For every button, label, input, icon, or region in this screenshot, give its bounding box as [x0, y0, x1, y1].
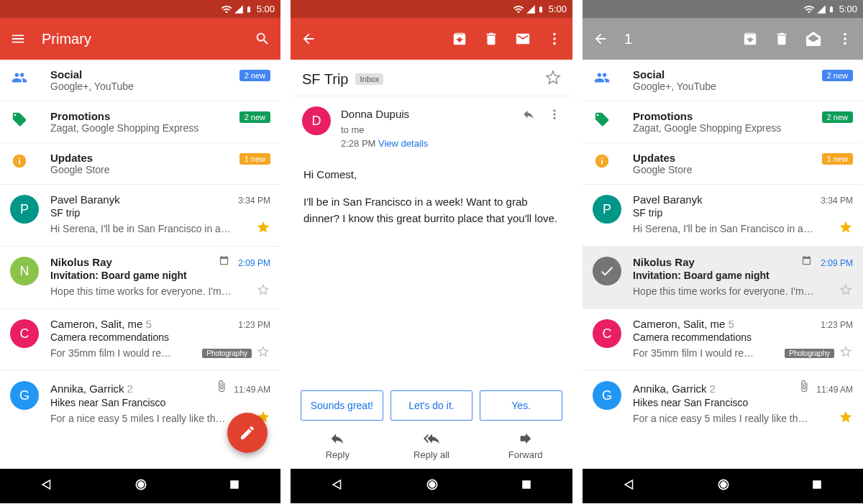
nav-back-icon[interactable]: [623, 478, 636, 494]
toolbar: [291, 18, 572, 60]
smart-reply-button[interactable]: Sounds great!: [301, 390, 383, 421]
category-name: Promotions: [50, 110, 234, 122]
toolbar: Primary: [0, 18, 280, 60]
category-updates[interactable]: Updates Google Store 1 new: [583, 143, 863, 185]
reply-all-button[interactable]: Reply all: [385, 431, 479, 460]
more-icon[interactable]: [837, 31, 853, 47]
subject: Invitation: Board game night: [50, 270, 270, 281]
delete-icon[interactable]: [774, 31, 790, 47]
category-promotions[interactable]: Promotions Zagat, Google Shopping Expres…: [583, 101, 863, 143]
category-social[interactable]: Social Google+, YouTube 2 new: [583, 60, 863, 101]
new-badge: 2 new: [822, 70, 853, 81]
forward-button[interactable]: Forward: [478, 431, 572, 460]
android-navbar[interactable]: [291, 469, 572, 503]
category-desc: Google+, YouTube: [50, 81, 234, 92]
selection-count: 1: [624, 31, 726, 47]
delete-icon[interactable]: [483, 31, 499, 47]
svg-rect-12: [813, 481, 821, 489]
avatar: C: [593, 319, 621, 348]
avatar: G: [593, 381, 621, 410]
view-details-link[interactable]: View details: [378, 138, 428, 149]
sender-row: D Donna Dupuis to me 2:28 PM View detail…: [291, 96, 572, 157]
sender-name: Pavel Baranyk: [50, 193, 232, 206]
nav-back-icon[interactable]: [40, 478, 53, 494]
status-time: 5:00: [257, 4, 275, 14]
sender-name: Annika, Garrick2: [50, 382, 215, 395]
selected-check-icon[interactable]: [593, 257, 621, 285]
star-icon[interactable]: [839, 220, 853, 237]
category-name: Social: [50, 68, 234, 81]
star-icon[interactable]: [545, 70, 561, 88]
reply-button[interactable]: Reply: [291, 431, 385, 460]
category-promotions[interactable]: Promotions Zagat, Google Shopping Expres…: [0, 101, 280, 143]
calendar-icon: [219, 255, 229, 266]
inbox-list: Social Google+, YouTube 2 new Promotions…: [583, 60, 863, 469]
mark-read-icon[interactable]: [805, 31, 821, 47]
signal-icon: [526, 4, 536, 14]
avatar: N: [10, 257, 39, 285]
status-bar: 5:00: [0, 0, 280, 18]
star-icon[interactable]: [839, 344, 853, 362]
new-badge: 1 new: [239, 153, 270, 165]
wifi-icon: [221, 4, 232, 15]
new-badge: 2 new: [822, 111, 853, 123]
svg-point-11: [721, 482, 726, 487]
thread-row-selected[interactable]: Nikolus Ray2:09 PM Invitation: Board gam…: [583, 247, 863, 309]
nav-recent-icon[interactable]: [521, 479, 532, 493]
snippet: For 35mm film I would re…: [50, 347, 198, 359]
smart-reply-button[interactable]: Yes.: [480, 390, 562, 421]
people-icon: [10, 70, 29, 92]
android-navbar[interactable]: [583, 469, 863, 503]
folder-chip: Inbox: [355, 73, 383, 85]
more-icon[interactable]: [547, 31, 562, 47]
menu-icon[interactable]: [10, 31, 26, 47]
svg-point-5: [138, 482, 144, 487]
back-icon[interactable]: [593, 31, 608, 47]
star-icon[interactable]: [256, 344, 270, 362]
star-icon[interactable]: [839, 283, 853, 300]
wifi-icon: [513, 4, 524, 15]
snippet: For a nice easy 5 miles I really like th…: [50, 413, 252, 424]
email-subject: SF Trip: [302, 71, 348, 88]
back-icon[interactable]: [301, 31, 316, 47]
thread-row[interactable]: P Pavel Baranyk3:34 PM SF trip Hi Serena…: [583, 185, 863, 247]
reply-icon[interactable]: [522, 108, 535, 124]
archive-icon[interactable]: [742, 31, 758, 47]
nav-home-icon[interactable]: [134, 477, 148, 495]
snippet: Hope this time works for everyone. I'm…: [50, 285, 252, 297]
category-social[interactable]: Social Google+, YouTube 2 new: [0, 60, 280, 101]
nav-recent-icon[interactable]: [229, 479, 240, 493]
archive-icon[interactable]: [452, 31, 467, 47]
subject: SF trip: [50, 207, 270, 219]
battery-icon: [245, 4, 252, 15]
compose-fab[interactable]: [227, 413, 268, 453]
thread-row[interactable]: C Cameron, Salit, me5 1:23 PM Camera rec…: [0, 309, 280, 371]
thread-row[interactable]: G Annika, Garrick211:49 AM Hikes near Sa…: [583, 371, 863, 436]
star-icon[interactable]: [256, 220, 270, 237]
label-chip: Photography: [202, 349, 252, 358]
avatar: C: [10, 319, 39, 348]
inbox-list: Social Google+, YouTube 2 new Promotions…: [0, 60, 280, 469]
category-updates[interactable]: Updates Google Store 1 new: [0, 143, 280, 185]
mark-unread-icon[interactable]: [515, 31, 531, 47]
avatar: P: [10, 195, 39, 224]
nav-back-icon[interactable]: [331, 478, 344, 494]
smart-reply-button[interactable]: Let's do it.: [391, 390, 473, 421]
star-icon[interactable]: [256, 283, 270, 300]
search-icon[interactable]: [255, 31, 270, 47]
avatar: P: [593, 195, 621, 224]
tag-icon: [10, 111, 29, 134]
screen-inbox: 5:00 Primary Social Google+, YouTube 2 n…: [0, 0, 280, 503]
sender-to: to me: [341, 123, 522, 137]
thread-row[interactable]: C Cameron, Salit, me51:23 PM Camera reco…: [583, 309, 863, 371]
more-icon[interactable]: [548, 108, 561, 124]
thread-row[interactable]: P Pavel Baranyk 3:34 PM SF trip Hi Seren…: [0, 185, 280, 247]
thread-row[interactable]: N Nikolus Ray 2:09 PM Invitation: Board …: [0, 247, 280, 309]
svg-rect-6: [231, 481, 239, 489]
nav-home-icon[interactable]: [716, 477, 731, 495]
sender-avatar[interactable]: D: [302, 106, 331, 135]
nav-home-icon[interactable]: [425, 477, 439, 495]
star-icon[interactable]: [839, 410, 853, 427]
nav-recent-icon[interactable]: [811, 479, 823, 493]
android-navbar[interactable]: [0, 469, 280, 503]
